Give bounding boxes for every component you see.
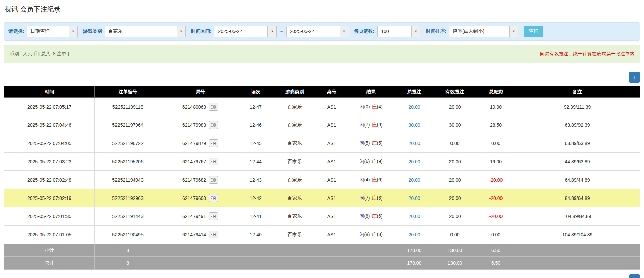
empty-cell	[161, 244, 239, 257]
subtotal-valid-bet: 130.00	[433, 244, 477, 257]
cell-payout: -20.00	[477, 189, 515, 207]
page-1-button[interactable]: 1	[629, 274, 640, 278]
cell-round: 621479600	[161, 189, 239, 207]
view-cards-button[interactable]	[209, 121, 218, 129]
cards-icon	[211, 233, 216, 237]
total-payout: 6.50	[477, 257, 515, 270]
cell-total-bet: 20.00	[396, 134, 433, 153]
column-header: 游戏类别	[272, 86, 317, 98]
empty-cell	[272, 244, 317, 257]
cell-result: 闲(4)庄(6)	[346, 171, 396, 189]
table-header-row: 时间注单编号局号场次游戏类别桌号结果总投注有效投注总派彩备注	[4, 86, 640, 98]
sort-value: 降幂(由大到小)	[449, 26, 509, 37]
total-bet-link[interactable]: 20.00	[408, 141, 420, 146]
cell-table-no: AS1	[317, 207, 346, 226]
cell-session: 12-43	[239, 171, 272, 189]
empty-cell	[161, 257, 239, 270]
total-bet-link[interactable]: 30.00	[408, 122, 420, 128]
total-bet-link[interactable]: 20.00	[408, 177, 420, 183]
cell-game-type: 百家乐	[272, 116, 317, 134]
page-size-label: 每页笔数:	[354, 28, 375, 34]
view-cards-button[interactable]	[209, 231, 218, 238]
sort-select[interactable]: 降幂(由大到小) ▼	[449, 26, 518, 37]
table-row: 2025-05-22 07:04:46 522521197964 6214799…	[4, 116, 640, 134]
cell-remark: 104.89/104.89	[515, 226, 640, 244]
cell-session: 12-46	[239, 116, 272, 134]
round-number: 621479983	[182, 122, 206, 128]
view-cards-button[interactable]	[209, 158, 218, 165]
cell-remark: 104.89/84.89	[515, 207, 640, 226]
result-player-label: 闲	[359, 177, 364, 182]
result-banker-count: (4)	[377, 104, 383, 109]
cell-valid-bet: 20.00	[433, 98, 477, 116]
column-header: 桌号	[317, 86, 346, 98]
view-cards-button[interactable]	[209, 212, 218, 220]
cell-session: 12-44	[239, 153, 272, 171]
view-cards-button[interactable]	[209, 103, 218, 111]
page-1-button[interactable]: 1	[629, 72, 640, 83]
cell-payout: 19.00	[477, 153, 515, 171]
cell-result: 闲(0)庄(4)	[346, 98, 396, 116]
game-type-value: 百家乐	[105, 26, 177, 37]
total-bet-link[interactable]: 20.00	[408, 195, 420, 201]
date-from-picker[interactable]: 2025-05-22 ▼	[214, 26, 277, 37]
chevron-down-icon: ▼	[177, 26, 185, 37]
round-number: 621479879	[182, 141, 206, 146]
cell-round: 621479682	[161, 171, 239, 189]
cell-session: 12-40	[239, 226, 272, 244]
total-bet-link[interactable]: 20.00	[408, 104, 420, 110]
cards-icon	[211, 123, 216, 127]
summary-currency-count: 币别 : 人民币 | 总共 :8 注单 |	[9, 51, 69, 57]
game-type-select[interactable]: 百家乐 ▼	[105, 26, 186, 37]
result-banker-label: 庄	[372, 177, 377, 182]
column-header: 场次	[239, 86, 272, 98]
cell-total-bet: 20.00	[396, 171, 433, 189]
date-to-picker[interactable]: 2025-05-22 ▼	[286, 26, 349, 37]
result-banker-label: 庄	[372, 104, 377, 109]
cell-payout: -20.00	[477, 207, 515, 226]
cell-payout: 0.00	[477, 134, 515, 153]
cell-payout: 19.00	[477, 98, 515, 116]
empty-cell	[346, 257, 396, 270]
cards-icon	[211, 196, 216, 200]
view-cards-button[interactable]	[209, 139, 218, 147]
game-type-label: 游戏类别	[83, 28, 102, 34]
total-bet-link[interactable]: 20.00	[408, 214, 420, 219]
chevron-down-icon: ▼	[340, 26, 349, 37]
cell-time: 2025-05-22 07:02:48	[4, 171, 95, 189]
query-type-value: 日期查询	[27, 26, 69, 37]
cards-icon	[211, 105, 216, 109]
view-cards-button[interactable]	[209, 194, 218, 202]
page-size-select[interactable]: 100 ▼	[377, 26, 420, 37]
query-type-select[interactable]: 日期查询 ▼	[27, 26, 78, 37]
summary-note: 同局有效投注，统一计算在该局第一张注单内	[540, 51, 635, 57]
view-cards-button[interactable]	[209, 176, 218, 184]
total-valid-bet: 130.00	[433, 257, 477, 270]
query-type-label: 请选择:	[8, 28, 24, 34]
cell-remark: 64.89/44.89	[515, 171, 640, 189]
cell-valid-bet: 20.00	[433, 171, 477, 189]
cell-bet-id: 522521191443	[95, 207, 161, 226]
result-banker-label: 庄	[372, 140, 377, 146]
empty-cell	[317, 244, 346, 257]
total-bet-link[interactable]: 20.00	[408, 159, 420, 164]
result-player-count: (0)	[364, 104, 370, 109]
result-banker-count: (6)	[377, 177, 383, 182]
cell-session: 12-41	[239, 207, 272, 226]
result-banker-label: 庄	[372, 213, 377, 219]
cell-round: 621479491	[161, 207, 239, 226]
cell-game-type: 百家乐	[272, 189, 317, 207]
cell-round: 621479414	[161, 226, 239, 244]
cell-game-type: 百家乐	[272, 207, 317, 226]
cell-table-no: AS1	[317, 153, 346, 171]
cell-valid-bet: 0.00	[433, 226, 477, 244]
result-player-label: 闲	[359, 213, 364, 219]
search-button[interactable]: 查询	[524, 26, 543, 37]
round-number: 621479491	[182, 214, 206, 219]
total-bet-link[interactable]: 20.00	[408, 232, 420, 237]
date-to-value: 2025-05-22	[287, 26, 340, 37]
result-player-count: (6)	[364, 159, 370, 164]
result-player-label: 闲	[359, 104, 364, 109]
round-number: 621479682	[182, 177, 206, 183]
round-number: 621479414	[182, 232, 206, 237]
